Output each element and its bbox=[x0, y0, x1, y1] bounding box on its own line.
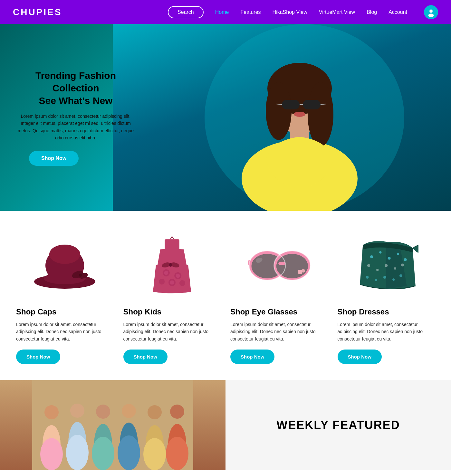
skirt-icon bbox=[354, 233, 418, 298]
hero-content: Trending Fashion CollectionSee What's Ne… bbox=[0, 69, 135, 166]
svg-point-53 bbox=[404, 258, 407, 261]
glasses-desc: Lorem ipsum dolor sit amet, consectetur … bbox=[230, 321, 328, 342]
category-dresses: Shop Dresses Lorem ipsum dolor sit amet,… bbox=[338, 230, 435, 364]
nav-link-home[interactable]: Home bbox=[215, 9, 229, 15]
kids-image bbox=[123, 230, 221, 301]
svg-point-70 bbox=[66, 435, 89, 470]
svg-point-29 bbox=[176, 274, 180, 278]
svg-point-63 bbox=[399, 274, 402, 277]
svg-point-69 bbox=[70, 404, 84, 418]
dresses-shop-button[interactable]: Shop Now bbox=[338, 350, 382, 364]
hero-woman-svg bbox=[195, 24, 404, 211]
svg-point-36 bbox=[169, 263, 172, 267]
svg-point-66 bbox=[44, 405, 59, 419]
svg-point-56 bbox=[385, 264, 388, 267]
svg-point-58 bbox=[401, 264, 404, 266]
nav-link-account[interactable]: Account bbox=[389, 9, 407, 15]
category-caps: Shop Caps Lorem ipsum dolor sit amet, co… bbox=[16, 230, 114, 364]
categories-section: Shop Caps Lorem ipsum dolor sit amet, co… bbox=[0, 211, 451, 380]
hero-description: Lorem ipsum dolor sit amet, consectetur … bbox=[16, 113, 135, 142]
nav-link-blog[interactable]: Blog bbox=[367, 9, 377, 15]
nav-links: Search Home Features HikaShop View Virtu… bbox=[168, 5, 438, 19]
nav-link-virtuemart[interactable]: VirtueMart View bbox=[319, 9, 355, 15]
svg-point-32 bbox=[159, 279, 165, 285]
svg-point-55 bbox=[376, 269, 379, 271]
glasses-icon bbox=[247, 233, 311, 298]
svg-point-78 bbox=[148, 405, 162, 419]
nav-link-features[interactable]: Features bbox=[240, 9, 261, 15]
nav-link-hikashop[interactable]: HikaShop View bbox=[273, 9, 307, 15]
cap-icon bbox=[33, 233, 97, 298]
svg-point-45 bbox=[302, 269, 305, 273]
svg-point-57 bbox=[394, 267, 396, 269]
svg-rect-11 bbox=[303, 100, 321, 109]
kids-shop-button[interactable]: Shop Now bbox=[123, 350, 168, 364]
categories-grid: Shop Caps Lorem ipsum dolor sit amet, co… bbox=[16, 230, 435, 364]
featured-text: WEEKLY FEATURED bbox=[225, 380, 451, 470]
svg-point-59 bbox=[366, 276, 369, 279]
featured-image bbox=[0, 380, 225, 470]
svg-point-31 bbox=[170, 280, 174, 285]
dresses-desc: Lorem ipsum dolor sit amet, consectetur … bbox=[338, 321, 435, 342]
svg-point-33 bbox=[179, 280, 185, 286]
svg-point-79 bbox=[143, 438, 166, 470]
hero-shop-button[interactable]: Shop Now bbox=[29, 151, 79, 166]
glasses-shop-button[interactable]: Shop Now bbox=[230, 350, 274, 364]
caps-shop-button[interactable]: Shop Now bbox=[16, 350, 60, 364]
svg-point-76 bbox=[118, 435, 140, 470]
category-kids: Shop Kids Lorem ipsum dolor sit amet, co… bbox=[123, 230, 221, 364]
svg-point-17 bbox=[294, 112, 305, 117]
cap-image bbox=[16, 230, 114, 301]
svg-point-21 bbox=[49, 245, 80, 264]
svg-point-72 bbox=[96, 405, 110, 419]
brand-logo[interactable]: CHUPIES bbox=[13, 7, 62, 17]
kids-desc: Lorem ipsum dolor sit amet, consectetur … bbox=[123, 321, 221, 342]
featured-women-svg bbox=[32, 380, 193, 470]
svg-point-60 bbox=[375, 279, 377, 281]
svg-point-8 bbox=[266, 82, 292, 140]
hero-woman-image bbox=[174, 24, 425, 211]
svg-point-62 bbox=[392, 278, 395, 281]
svg-point-24 bbox=[79, 274, 82, 277]
svg-point-73 bbox=[92, 437, 114, 470]
caps-title: Shop Caps bbox=[16, 307, 114, 316]
svg-point-54 bbox=[367, 264, 370, 267]
hero-title: Trending Fashion CollectionSee What's Ne… bbox=[16, 69, 135, 107]
svg-point-52 bbox=[397, 253, 399, 255]
svg-point-27 bbox=[164, 271, 168, 275]
svg-point-81 bbox=[170, 405, 184, 419]
svg-point-61 bbox=[383, 276, 386, 279]
svg-point-75 bbox=[122, 404, 136, 418]
svg-point-82 bbox=[166, 437, 188, 470]
account-icon bbox=[427, 8, 436, 17]
svg-point-1 bbox=[429, 9, 433, 13]
svg-point-67 bbox=[40, 438, 63, 470]
dresses-image bbox=[338, 230, 435, 301]
svg-point-50 bbox=[379, 251, 381, 253]
glasses-image bbox=[230, 230, 328, 301]
kids-title: Shop Kids bbox=[123, 307, 221, 316]
glasses-title: Shop Eye Glasses bbox=[230, 307, 328, 316]
featured-title: WEEKLY FEATURED bbox=[276, 418, 400, 432]
svg-point-9 bbox=[308, 82, 333, 146]
search-button[interactable]: Search bbox=[168, 6, 204, 18]
hero-section: Trending Fashion CollectionSee What's Ne… bbox=[0, 24, 451, 211]
navbar: CHUPIES Search Home Features HikaShop Vi… bbox=[0, 0, 451, 24]
dresses-title: Shop Dresses bbox=[338, 307, 435, 316]
svg-point-51 bbox=[388, 257, 390, 260]
svg-rect-10 bbox=[282, 100, 300, 109]
dress-icon bbox=[140, 233, 204, 298]
caps-desc: Lorem ipsum dolor sit amet, consectetur … bbox=[16, 321, 114, 342]
account-avatar[interactable] bbox=[424, 5, 438, 19]
category-glasses: Shop Eye Glasses Lorem ipsum dolor sit a… bbox=[230, 230, 328, 364]
svg-rect-41 bbox=[278, 262, 285, 265]
svg-point-49 bbox=[370, 255, 373, 258]
featured-section: WEEKLY FEATURED bbox=[0, 380, 451, 470]
